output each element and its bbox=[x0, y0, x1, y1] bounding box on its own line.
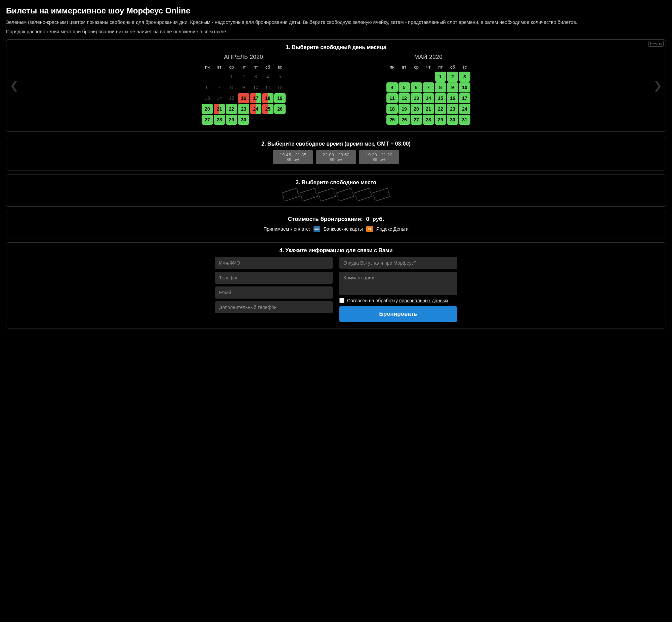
calendar-day bbox=[423, 72, 434, 82]
calendar-day bbox=[386, 72, 398, 82]
calendar-day[interactable]: 21 bbox=[214, 104, 225, 114]
calendar-day[interactable]: 9 bbox=[447, 82, 458, 93]
book-button[interactable]: Бронировать bbox=[339, 306, 457, 322]
calendar-day[interactable]: 19 bbox=[274, 93, 286, 103]
calendar-day[interactable]: 5 bbox=[399, 82, 410, 93]
calendar-day[interactable]: 4 bbox=[386, 82, 398, 93]
intro-text-1: Зеленым (зелено-красным) цветом показаны… bbox=[6, 19, 666, 26]
calendar-day[interactable]: 17 bbox=[459, 93, 471, 103]
ticket-icon[interactable] bbox=[318, 186, 336, 202]
name-input[interactable] bbox=[215, 257, 333, 269]
calendar-day[interactable]: 6 bbox=[411, 82, 422, 93]
email-input[interactable] bbox=[215, 286, 333, 299]
time-slot[interactable]: 19:45 - 21:35999 руб bbox=[273, 150, 313, 164]
month-1: МАЙ 2020пнвтсрчтптсбвс123456789101112131… bbox=[386, 54, 471, 126]
slot-time: 22:00 - 23:50 bbox=[322, 152, 350, 157]
prev-month-button[interactable]: ❮ bbox=[10, 80, 19, 91]
month-title: АПРЕЛЬ 2020 bbox=[201, 54, 286, 61]
calendar-day[interactable]: 27 bbox=[411, 115, 422, 125]
ticket-icon[interactable] bbox=[336, 186, 354, 202]
step1-panel: 1. Выберите свободный день месяца hesus … bbox=[6, 39, 666, 132]
calendar-day[interactable]: 20 bbox=[411, 104, 422, 114]
calendar-day: 2 bbox=[238, 72, 249, 82]
calendar-day[interactable]: 25 bbox=[262, 104, 273, 114]
calendar-day[interactable]: 29 bbox=[226, 115, 237, 125]
dow-label: вт bbox=[399, 63, 410, 71]
calendar-day[interactable]: 16 bbox=[447, 93, 458, 103]
dow-label: сб bbox=[262, 63, 273, 71]
calendar-day[interactable]: 26 bbox=[399, 115, 410, 125]
calendar-day[interactable]: 30 bbox=[238, 115, 249, 125]
dow-label: вс bbox=[459, 63, 471, 71]
calendar-day[interactable]: 15 bbox=[435, 93, 446, 103]
calendar-day[interactable]: 7 bbox=[423, 82, 434, 93]
consent-checkbox[interactable] bbox=[339, 298, 344, 303]
calendar-day[interactable]: 18 bbox=[262, 93, 273, 103]
calendar-day[interactable]: 12 bbox=[399, 93, 410, 103]
calendar-day[interactable]: 13 bbox=[411, 93, 422, 103]
calendar-day[interactable]: 22 bbox=[435, 104, 446, 114]
calendar-day bbox=[274, 115, 286, 125]
calendar-day[interactable]: 1 bbox=[435, 72, 446, 82]
slot-time: 19:45 - 21:35 bbox=[279, 152, 307, 157]
dow-label: сб bbox=[447, 63, 458, 71]
source-input[interactable] bbox=[339, 257, 457, 269]
calendar-day[interactable]: 18 bbox=[386, 104, 398, 114]
calendar-day[interactable]: 10 bbox=[459, 82, 471, 93]
calendar-day[interactable]: 20 bbox=[201, 104, 213, 114]
calendar-day[interactable]: 29 bbox=[435, 115, 446, 125]
dow-label: пн bbox=[386, 63, 398, 71]
calendar-day[interactable]: 23 bbox=[447, 104, 458, 114]
consent-link[interactable]: персональных данных bbox=[399, 298, 448, 303]
step1-title: 1. Выберите свободный день месяца bbox=[11, 44, 661, 50]
month-title: МАЙ 2020 bbox=[386, 54, 471, 61]
calendar-day[interactable]: 24 bbox=[459, 104, 471, 114]
dow-label: чт bbox=[423, 63, 434, 71]
calendar-day[interactable]: 27 bbox=[201, 115, 213, 125]
method-card: Банковские карты bbox=[324, 226, 363, 232]
consent-row[interactable]: Согласен на обработку персональных данны… bbox=[339, 298, 457, 303]
step3-title: 3. Выберите свободное место bbox=[11, 179, 661, 185]
next-month-button[interactable]: ❯ bbox=[653, 80, 662, 91]
calendar-day[interactable]: 16 bbox=[238, 93, 249, 103]
ticket-icon[interactable] bbox=[354, 186, 373, 202]
phone2-input[interactable] bbox=[215, 301, 333, 313]
comment-input[interactable] bbox=[339, 272, 457, 295]
calendar-day: 9 bbox=[238, 82, 249, 93]
calendar-day[interactable]: 8 bbox=[435, 82, 446, 93]
calendar-day[interactable]: 28 bbox=[423, 115, 434, 125]
calendar-day bbox=[262, 115, 273, 125]
time-slot[interactable]: 19:30 - 21:20999 руб bbox=[359, 150, 399, 164]
dow-label: пт bbox=[250, 63, 261, 71]
slot-price: 999 руб bbox=[279, 157, 307, 162]
month-0: АПРЕЛЬ 2020пнвтсрчтптсбвс123456789101112… bbox=[201, 54, 286, 126]
page-title: Билеты на иммерсивное шоу Морфеус Online bbox=[6, 6, 666, 15]
ticket-icon[interactable] bbox=[299, 186, 318, 202]
calendar-day[interactable]: 25 bbox=[386, 115, 398, 125]
calendar-day[interactable]: 21 bbox=[423, 104, 434, 114]
calendar-day[interactable]: 31 bbox=[459, 115, 471, 125]
dow-label: пт bbox=[435, 63, 446, 71]
slot-price: 999 руб bbox=[365, 157, 393, 162]
calendar-day[interactable]: 28 bbox=[214, 115, 225, 125]
calendar-day[interactable]: 17 bbox=[250, 93, 261, 103]
calendar-day[interactable]: 30 bbox=[447, 115, 458, 125]
ticket-icon[interactable] bbox=[372, 186, 391, 202]
calendar-day bbox=[201, 72, 213, 82]
calendar-day[interactable]: 19 bbox=[399, 104, 410, 114]
ticket-icon[interactable] bbox=[281, 186, 300, 202]
calendar-day[interactable]: 26 bbox=[274, 104, 286, 114]
payment-methods: Принимаем к оплате: Банковские карты Я Я… bbox=[11, 226, 661, 232]
calendar-day[interactable]: 3 bbox=[459, 72, 471, 82]
calendar-day[interactable]: 2 bbox=[447, 72, 458, 82]
calendar-day[interactable]: 24 bbox=[250, 104, 261, 114]
time-slot[interactable]: 22:00 - 23:50999 руб bbox=[316, 150, 356, 164]
dow-label: вс bbox=[274, 63, 286, 71]
svg-rect-1 bbox=[314, 228, 319, 229]
calendar-day[interactable]: 11 bbox=[386, 93, 398, 103]
calendar-day: 12 bbox=[274, 82, 286, 93]
calendar-day[interactable]: 14 bbox=[423, 93, 434, 103]
calendar-day[interactable]: 22 bbox=[226, 104, 237, 114]
phone-input[interactable] bbox=[215, 272, 333, 284]
calendar-day[interactable]: 23 bbox=[238, 104, 249, 114]
